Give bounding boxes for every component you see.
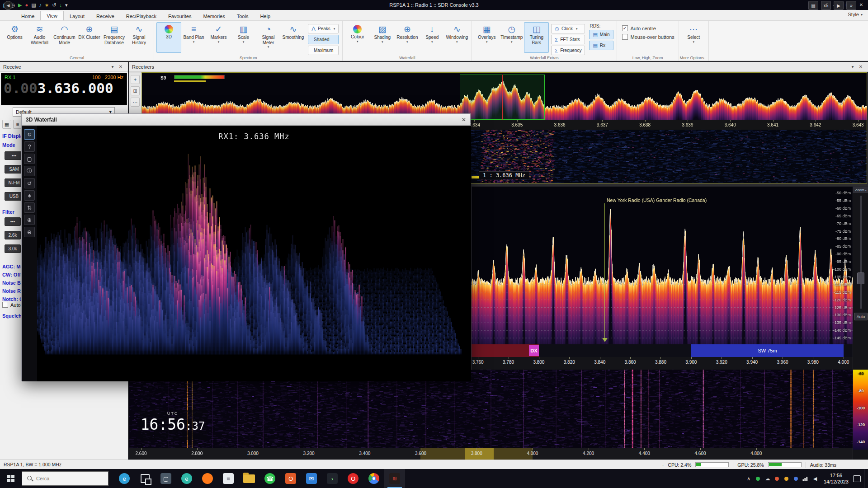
play-icon[interactable]: ▶ <box>18 0 22 10</box>
mode-button[interactable]: N-FM <box>5 178 24 187</box>
ribbon-button[interactable]: ∿Signal History <box>127 22 151 53</box>
file-explorer-icon[interactable] <box>239 469 259 488</box>
ribbon-button[interactable]: ▥Scale▾ <box>231 22 256 53</box>
menu-tab[interactable]: Rec/Playback <box>120 12 162 20</box>
zoom-out-icon[interactable]: ⊖ <box>24 227 35 237</box>
ribbon-button[interactable]: ▨Shading▾ <box>370 22 395 53</box>
ribbon-button[interactable]: ⊕Resolution▾ <box>395 22 420 53</box>
edge-beta-icon[interactable]: e <box>176 469 197 488</box>
notch-auto-checkbox[interactable]: Auto <box>2 302 21 308</box>
ribbon-button[interactable]: ◠Continuum Mode <box>52 22 77 53</box>
close-icon[interactable]: ✕ <box>857 64 865 69</box>
ribbon-button[interactable]: ◫Tuning Bars <box>524 22 549 53</box>
ribbon-button[interactable]: ∿Windowing▾ <box>444 22 469 53</box>
speed-button[interactable]: x5 <box>821 1 831 10</box>
ribbon-button[interactable]: ↓Speed▾ <box>420 22 444 53</box>
ribbon-toggle-button[interactable]: ◷Clock▾ <box>551 24 585 33</box>
volume-icon[interactable]: ◀ <box>811 474 819 483</box>
ribbon-toggle-button[interactable]: ΣFFT Stats <box>551 35 585 44</box>
help-icon[interactable]: ? <box>24 141 35 152</box>
start-button[interactable] <box>0 469 22 488</box>
whatsapp-icon[interactable]: ☎ <box>259 469 280 488</box>
ribbon-button[interactable]: 3D <box>156 22 181 53</box>
menu-tab[interactable]: Receive <box>90 12 120 20</box>
zoom-menu[interactable]: Zoom ▾ <box>853 187 868 193</box>
add-receiver-icon[interactable]: + <box>131 75 140 84</box>
ribbon-toggle-button[interactable]: Maximum <box>308 46 339 55</box>
ribbon-button[interactable]: ✓Markers▾ <box>206 22 231 53</box>
mode-button[interactable]: ••• <box>5 151 24 160</box>
menu-tab[interactable]: Layout <box>64 12 90 20</box>
back-icon[interactable]: ◀ <box>4 1 13 10</box>
sdr-tray-icon[interactable] <box>773 474 781 483</box>
ribbon-button[interactable]: ≋Audio Waterfall <box>27 22 52 53</box>
wide-waterfall-canvas[interactable] <box>129 370 853 448</box>
firefox-icon[interactable] <box>197 469 218 488</box>
edge-icon[interactable]: e <box>114 469 135 488</box>
mode-label[interactable]: Mode <box>2 142 15 148</box>
fast-forward-icon[interactable]: » <box>846 1 856 10</box>
filter-label[interactable]: Filter <box>2 209 14 215</box>
menu-tab[interactable]: Tools <box>231 12 255 20</box>
zoom-in-icon[interactable]: ⊕ <box>24 215 35 225</box>
tools-icon[interactable]: ∗ <box>45 0 49 10</box>
menu-tab[interactable]: Home <box>15 12 40 20</box>
notepad-icon[interactable]: ≡ <box>218 469 239 488</box>
ribbon-checkbox[interactable]: Mouse-over buttons <box>622 34 675 40</box>
hidden-icons-icon[interactable]: ∧ <box>745 474 753 483</box>
waterfall-3d-canvas[interactable] <box>37 126 471 381</box>
info-icon[interactable]: ⓘ <box>24 166 35 176</box>
waterfall-3d-titlebar[interactable]: 3D Waterfall ✕ <box>22 114 470 126</box>
ribbon-button[interactable]: ▦Overlays▾ <box>474 22 499 53</box>
list-icon[interactable]: ≡ <box>13 120 22 129</box>
zoomed-spectrum-canvas[interactable] <box>472 187 853 344</box>
ribbon-button[interactable]: Colour▾ <box>345 22 370 53</box>
more-icon[interactable]: ▾ <box>65 0 68 10</box>
rotate-icon[interactable]: ↻ <box>24 129 35 140</box>
ribbon-checkbox[interactable]: Auto centre <box>622 25 675 31</box>
waterfall-view-icon[interactable]: ▤ <box>808 1 818 10</box>
squelch-link[interactable]: Squelch <box>2 313 22 319</box>
menu-tab[interactable]: Memories <box>197 12 231 20</box>
wide-frequency-axis[interactable]: 2.6002.8003.0003.2003.4003.6003.8004.000… <box>129 448 853 460</box>
grid-icon[interactable]: ▦ <box>2 120 11 129</box>
more-tools-icon[interactable]: ⋯ <box>131 98 140 107</box>
tray-clock[interactable]: 17:56 14/12/2023 <box>824 472 849 485</box>
record-icon[interactable]: ● <box>25 0 28 10</box>
rds-button[interactable]: ▤Main <box>589 30 613 39</box>
ribbon-button[interactable]: ⊕DX Cluster <box>77 22 102 53</box>
ribbon-button[interactable]: ◷Timestamp▾ <box>499 22 524 53</box>
network-icon[interactable] <box>802 474 810 483</box>
audio-icon[interactable]: ♪ <box>39 0 42 10</box>
menu-tab[interactable]: Help <box>254 12 276 20</box>
close-icon[interactable]: ✕ <box>117 64 125 69</box>
chevron-down-icon[interactable]: ▾ <box>108 64 117 69</box>
sparkle-icon[interactable]: ∗ <box>24 190 35 201</box>
download-icon[interactable]: ↓ <box>59 0 62 10</box>
chevron-down-icon[interactable]: ▾ <box>849 64 857 69</box>
ribbon-toggle-button[interactable]: ΣFrequency <box>551 46 585 55</box>
select-area-icon[interactable]: ▢ <box>24 154 35 164</box>
ribbon-toggle-button[interactable]: ⋀Peaks▾ <box>308 24 339 33</box>
update-icon[interactable] <box>783 474 791 483</box>
filter-button[interactable]: 2.6k <box>5 231 21 239</box>
office-icon[interactable]: O <box>280 469 301 488</box>
menu-tab[interactable]: Favourites <box>162 12 197 20</box>
updown-icon[interactable]: ⇅ <box>24 202 35 213</box>
style-menu-button[interactable]: Style ▾ <box>848 12 863 17</box>
onedrive-icon[interactable]: ☁ <box>764 474 772 483</box>
ribbon-button[interactable]: ◔Signal Meter▾ <box>256 22 281 53</box>
zoom-slider-thumb[interactable] <box>857 272 864 284</box>
reset-view-icon[interactable]: ↺ <box>24 178 35 188</box>
ribbon-button[interactable]: ∿Smoothing <box>281 22 306 53</box>
undo-icon[interactable]: ↺ <box>52 0 56 10</box>
zoom-slider-track[interactable] <box>860 196 862 309</box>
window-icon[interactable]: ▢ <box>156 469 176 488</box>
notification-center-icon[interactable] <box>853 475 861 482</box>
ribbon-toggle-button[interactable]: Shaded <box>308 35 339 44</box>
rds-button[interactable]: ▤Rx <box>589 41 613 50</box>
terminal-icon[interactable]: › <box>322 469 343 488</box>
taskbar-search[interactable] <box>22 471 108 486</box>
sdr-console-icon[interactable]: ≋ <box>384 469 405 488</box>
task-view-icon[interactable] <box>135 469 156 488</box>
